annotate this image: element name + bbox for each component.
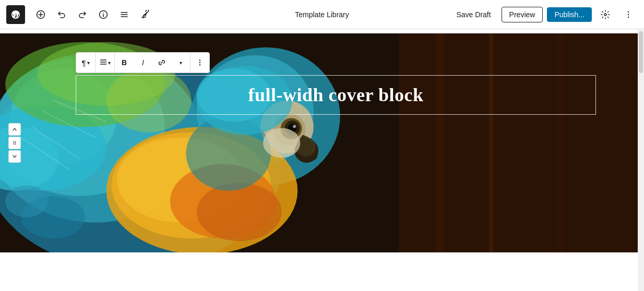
move-down-button[interactable] [8,150,21,163]
svg-point-49 [263,128,300,157]
paragraph-chevron-icon: ▾ [87,60,90,66]
svg-rect-16 [489,33,493,252]
svg-point-54 [199,62,200,63]
inline-block-toolbar: ¶ ▾ ▾ [76,52,210,73]
options-group [190,53,209,72]
svg-point-39 [197,183,282,241]
format-group: B I ▾ [115,53,190,72]
more-options-button[interactable] [619,5,638,24]
svg-rect-14 [399,33,638,252]
svg-point-60 [14,144,15,145]
svg-point-11 [628,14,629,15]
link-button[interactable] [152,52,171,73]
publish-button[interactable]: Publish... [547,7,592,22]
editor-canvas[interactable]: ¶ ▾ ▾ [0,29,638,291]
cover-text-block[interactable]: full-widh cover block [76,75,596,115]
paragraph-icon: ¶ [81,58,86,67]
svg-point-58 [14,142,15,143]
move-up-button[interactable] [8,123,21,136]
undo-button[interactable] [52,5,71,24]
info-button[interactable] [94,5,113,24]
svg-point-55 [199,64,200,65]
svg-point-59 [15,142,16,143]
svg-point-9 [604,14,606,16]
block-controls [8,123,21,163]
cover-heading[interactable]: full-widh cover block [87,84,585,106]
align-icon [100,58,107,67]
align-chevron-icon: ▾ [108,60,111,66]
toolbar-left [6,5,154,24]
bold-button[interactable]: B [115,52,134,73]
list-view-button[interactable] [115,5,134,24]
cover-block[interactable]: ¶ ▾ ▾ [0,33,638,252]
svg-rect-15 [436,33,444,252]
scrollbar-track[interactable] [638,29,644,291]
svg-point-12 [628,16,629,17]
main-toolbar: Template Library Save Draft Preview Publ… [0,0,644,29]
preview-button[interactable]: Preview [502,7,543,22]
paragraph-type-group: ¶ ▾ [76,53,96,72]
svg-point-57 [15,141,16,142]
wordpress-logo[interactable] [6,5,25,24]
svg-point-5 [103,12,104,13]
scrollbar-thumb[interactable] [639,31,643,73]
document-title: Template Library [295,10,349,19]
svg-point-56 [14,141,15,142]
svg-point-34 [293,125,296,128]
tools-button[interactable] [136,5,154,24]
more-chevron-icon: ▾ [180,60,182,66]
alignment-button[interactable]: ▾ [96,52,114,73]
alignment-group: ▾ [96,53,115,72]
block-options-button[interactable] [190,52,209,73]
drag-handle[interactable] [8,137,21,149]
settings-button[interactable] [596,5,615,24]
svg-rect-17 [558,33,564,252]
svg-point-10 [628,11,629,12]
paragraph-type-button[interactable]: ¶ ▾ [76,52,95,73]
svg-point-41 [5,185,47,217]
italic-button[interactable]: I [134,52,152,73]
add-button[interactable] [31,5,50,24]
save-draft-button[interactable]: Save Draft [450,7,497,22]
toolbar-right: Save Draft Preview Publish... [450,5,638,24]
redo-button[interactable] [73,5,92,24]
more-options-dropdown-button[interactable]: ▾ [171,52,190,73]
editor-area: ¶ ▾ ▾ [0,29,644,291]
svg-point-61 [15,144,16,145]
svg-point-53 [199,59,200,60]
